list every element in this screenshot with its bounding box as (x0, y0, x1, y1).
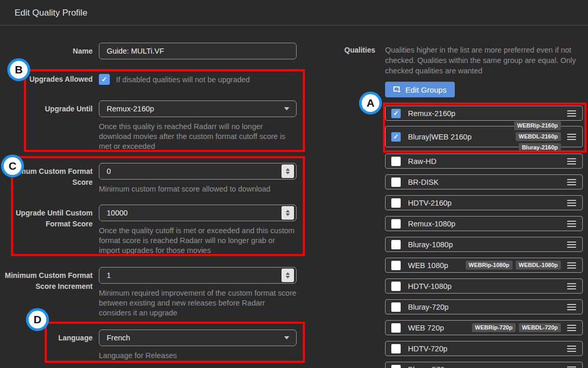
spinner-up-icon[interactable] (286, 210, 290, 212)
quality-label: Remux-2160p (408, 109, 455, 118)
quality-checkbox[interactable]: ✓ (391, 365, 401, 368)
quality-row[interactable]: ✓ Bluray-720p (385, 299, 583, 314)
quality-row[interactable]: ✓ Bluray-576p (385, 362, 583, 368)
quality-badge: WEBRip-2160p (514, 121, 561, 130)
quality-row[interactable]: ✓ HDTV-1080p (385, 278, 583, 294)
quality-row[interactable]: ✓ Remux-1080p (385, 216, 583, 231)
quality-row[interactable]: ✓ BR-DISK (385, 174, 583, 189)
edit-quality-profile-modal: Edit Quality Profile Name Upgrades Allow… (0, 0, 588, 368)
spinner-up-icon[interactable] (286, 168, 290, 171)
quality-row[interactable]: ✓ Bluray-1080p (385, 237, 583, 252)
quality-checkbox[interactable]: ✓ (391, 157, 401, 166)
min-cf-score-label: Minimum Custom Format Score (0, 163, 93, 194)
upgrade-until-label: Upgrade Until (0, 100, 93, 151)
quality-checkbox[interactable]: ✓ (391, 198, 401, 208)
quality-badges: WEBRip-1080p WEBDL-1080p (466, 261, 561, 270)
quality-label: HDTV-720p (408, 345, 448, 353)
drag-handle-icon[interactable] (567, 132, 577, 142)
edit-groups-button[interactable]: Edit Groups (385, 82, 455, 97)
qualities-section: Qualities Qualities higher in the list a… (338, 45, 587, 368)
quality-checkbox[interactable]: ✓ (391, 240, 401, 249)
quality-badge: WEBDL-1080p (516, 261, 561, 270)
language-help: Language for Releases (99, 351, 297, 361)
min-cf-score-increment-label: Minimum Custom Format Score Increment (0, 267, 93, 318)
check-icon: ✓ (101, 76, 107, 83)
min-cf-score-input[interactable] (99, 163, 296, 179)
quality-badges: WEBRip-720p WEBDL-720p (472, 323, 561, 332)
language-value: French (107, 334, 130, 342)
upgrade-until-cf-score-input[interactable] (99, 205, 296, 221)
qualities-help: Qualities higher in the list are more pr… (385, 45, 583, 76)
object-group-icon (393, 86, 401, 93)
drag-handle-icon[interactable] (567, 282, 577, 291)
drag-handle-icon[interactable] (567, 365, 577, 368)
quality-checkbox[interactable]: ✓ (391, 344, 401, 353)
modal-title: Edit Quality Profile (0, 0, 588, 26)
spinner-down-icon[interactable] (286, 172, 290, 174)
language-label: Language (0, 329, 93, 361)
name-input[interactable] (99, 43, 297, 59)
quality-checkbox[interactable]: ✓ (391, 109, 401, 118)
edit-groups-label: Edit Groups (405, 85, 446, 94)
drag-handle-icon[interactable] (567, 219, 577, 229)
number-spinner[interactable] (282, 269, 294, 282)
quality-label: Bluray|WEB 2160p (408, 133, 471, 141)
quality-label: BR-DISK (408, 178, 439, 186)
language-select[interactable]: French (99, 329, 297, 346)
quality-checkbox[interactable]: ✓ (391, 261, 401, 270)
drag-handle-icon[interactable] (567, 177, 577, 187)
quality-label: Bluray-720p (408, 303, 449, 311)
spinner-down-icon[interactable] (286, 276, 290, 278)
drag-handle-icon[interactable] (567, 109, 577, 118)
drag-handle-icon[interactable] (567, 240, 577, 249)
quality-row[interactable]: ✓ WEB 1080p WEBRip-1080p WEBDL-1080p (385, 258, 583, 273)
min-cf-score-increment-input[interactable] (99, 268, 296, 283)
quality-badge: WEBDL-2160p (516, 132, 561, 141)
quality-row[interactable]: ✓ Raw-HD (385, 154, 583, 169)
quality-label: Raw-HD (408, 157, 437, 166)
drag-handle-icon[interactable] (567, 157, 577, 166)
quality-row[interactable]: ✓ WEB 720p WEBRip-720p WEBDL-720p (385, 320, 583, 335)
number-spinner[interactable] (282, 164, 294, 178)
drag-handle-icon[interactable] (567, 344, 577, 353)
drag-handle-icon[interactable] (567, 323, 577, 333)
quality-checkbox[interactable]: ✓ (391, 177, 401, 187)
upgrade-until-help: Once this quality is reached Radarr will… (99, 122, 297, 151)
qualities-list: ✓ Remux-2160p ✓ Bluray|WEB 2160p WEBRip-… (385, 106, 583, 368)
quality-label: HDTV-1080p (408, 282, 452, 290)
min-cf-score-increment-field (99, 267, 297, 284)
quality-row[interactable]: ✓ Remux-2160p (385, 106, 583, 121)
upgrade-until-select[interactable]: Remux-2160p (99, 100, 297, 117)
chevron-down-icon (284, 107, 289, 110)
quality-row[interactable]: ✓ Bluray|WEB 2160p WEBRip-2160p WEBDL-21… (385, 126, 583, 147)
min-cf-score-help: Minimum custom format score allowed to d… (99, 184, 297, 194)
check-icon: ✓ (393, 133, 399, 140)
spinner-down-icon[interactable] (286, 213, 290, 216)
number-spinner[interactable] (282, 206, 294, 220)
quality-checkbox[interactable]: ✓ (391, 282, 401, 291)
check-icon: ✓ (393, 110, 399, 117)
quality-row[interactable]: ✓ HDTV-2160p (385, 195, 583, 210)
upgrades-allowed-label: Upgrades Allowed (0, 74, 93, 85)
quality-label: WEB 720p (408, 324, 444, 332)
quality-label: Remux-1080p (408, 220, 455, 228)
quality-badge: WEBRip-1080p (466, 261, 513, 270)
upgrade-until-cf-score-label: Upgrade Until Custom Format Score (0, 205, 93, 256)
name-label: Name (0, 43, 93, 59)
min-cf-score-increment-help: Minimum required improvement of the cust… (99, 288, 297, 318)
spinner-up-icon[interactable] (286, 272, 290, 275)
quality-badges: WEBRip-2160p WEBDL-2160p Bluray-2160p (471, 121, 561, 152)
quality-label: Bluray-1080p (408, 240, 453, 249)
drag-handle-icon[interactable] (567, 302, 577, 312)
quality-checkbox[interactable]: ✓ (391, 219, 401, 229)
quality-row[interactable]: ✓ HDTV-720p (385, 341, 583, 356)
quality-badge: WEBRip-720p (472, 323, 516, 332)
qualities-label: Qualities (338, 45, 375, 76)
drag-handle-icon[interactable] (567, 261, 577, 270)
quality-checkbox[interactable]: ✓ (391, 302, 401, 312)
upgrades-allowed-checkbox[interactable]: ✓ (99, 74, 110, 85)
quality-checkbox[interactable]: ✓ (391, 323, 401, 333)
quality-checkbox[interactable]: ✓ (391, 132, 401, 142)
drag-handle-icon[interactable] (567, 198, 577, 208)
upgrade-until-cf-score-field (99, 205, 297, 221)
